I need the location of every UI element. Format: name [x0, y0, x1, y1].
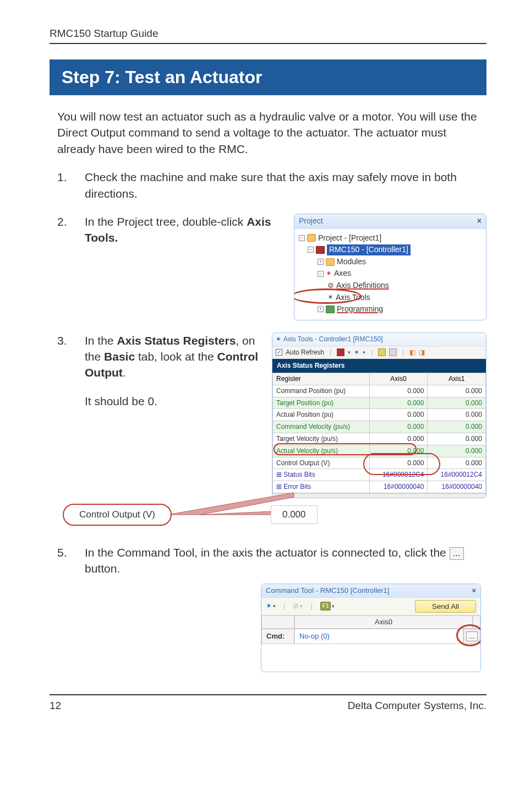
step-3-text: In the Axis Status Registers, on the Bas… — [85, 333, 263, 410]
tree-axis-tools[interactable]: ✶ Axis Tools — [299, 292, 482, 304]
axis-toolbar: ✓ Auto Refresh | ▾ ✶▾ | | ◧ ◨ — [272, 346, 486, 359]
cell-label: Command Velocity (pu/s) — [273, 421, 370, 433]
cell-value: 0.000 — [369, 409, 428, 421]
cell-value: 0.000 — [428, 385, 486, 397]
axis-status-window: ✶ Axis Tools - Controller1 [RMC150] ✓ Au… — [272, 333, 486, 498]
col-axis1: Axis1 — [428, 373, 486, 385]
cell-label: Error Bits — [283, 483, 311, 491]
folder-icon — [326, 258, 335, 266]
callout-value: 0.000 — [271, 505, 318, 524]
tree-programming[interactable]: + Programming — [299, 303, 482, 315]
project-panel-title-text: Project — [299, 216, 323, 227]
tree-root-label: Project - [Project1] — [318, 233, 381, 244]
toolbar-icon-6[interactable]: ◨ — [419, 348, 425, 357]
cmd-toolbar: ✶ ▾ | ⊘ ▾ | F1 ▾ Send All — [261, 598, 480, 615]
chevron-down-icon[interactable]: ▾ — [363, 349, 365, 356]
cmd-row: Cmd: No-op (0) ... — [261, 629, 480, 644]
cell-label: Status Bits — [283, 471, 315, 478]
table-row: Actual Position (pu)0.0000.000 — [273, 409, 486, 421]
expand-icon[interactable]: + — [318, 259, 324, 265]
highlight-oval — [294, 288, 362, 304]
toolbar-icon-5[interactable]: ◧ — [409, 348, 415, 357]
axis-window-title-text: Axis Tools - Controller1 [RMC150] — [283, 335, 383, 344]
cell-value: 0.000 — [369, 397, 428, 409]
collapse-icon[interactable]: − — [299, 235, 305, 241]
tree-controller-label: RMC150 - [Controller1] — [327, 244, 411, 255]
step-1-text: Check the machine and make sure that the… — [85, 169, 486, 201]
table-row: ⊞ Error Bits16#0000004016#00000040 — [273, 481, 486, 493]
callout-bubble: Control Output (V) — [63, 504, 172, 526]
toolbar-stop-button[interactable]: ⊘ ▾ — [293, 601, 303, 611]
col-register: Register — [273, 373, 370, 385]
axis-status-table: Register Axis0 Axis1 Command Position (p… — [272, 373, 486, 493]
cmd-axis-header: Axis0 — [294, 615, 473, 629]
controller-icon — [316, 246, 325, 254]
send-all-button[interactable]: Send All — [415, 600, 476, 613]
tree-programming-label: Programming — [337, 304, 383, 315]
step-3-sub: It should be 0. — [85, 393, 263, 409]
doc-header: RMC150 Startup Guide — [50, 28, 486, 44]
axes-icon: ✶ — [326, 269, 332, 279]
project-panel: Project × − Project - [Project1] − RMC15… — [294, 214, 486, 320]
project-panel-titlebar: Project × — [294, 214, 486, 229]
toolbar-icon-3[interactable] — [378, 348, 386, 356]
highlight-circle — [456, 624, 481, 646]
cell-value: 0.000 — [428, 421, 486, 433]
auto-refresh-label: Auto Refresh — [286, 348, 324, 357]
highlight-oval-bits — [363, 453, 440, 475]
table-row: Command Position (pu)0.0000.000 — [273, 385, 486, 397]
collapse-icon[interactable]: − — [308, 247, 314, 253]
cell-value: 16#00000040 — [369, 481, 428, 493]
cell-value: 0.000 — [369, 421, 428, 433]
step-5-a: In the Command Tool, in the axis the act… — [85, 546, 450, 559]
collapse-icon[interactable]: − — [318, 271, 324, 277]
step-5-number: 5. — [57, 544, 72, 560]
tree-root[interactable]: − Project - [Project1] — [299, 232, 482, 244]
step-1-number: 1. — [57, 169, 72, 185]
toolbar-icon-1[interactable] — [337, 348, 344, 356]
cell-label: Actual Position (pu) — [273, 409, 370, 421]
command-tool-window: Command Tool - RMC150 [Controller1] × ✶ … — [261, 584, 481, 673]
cmd-label: Cmd: — [261, 629, 294, 644]
expand-icon[interactable]: + — [318, 306, 324, 312]
tree-modules[interactable]: + Modules — [299, 256, 482, 268]
step-3-e: tab, look at the — [135, 350, 217, 363]
close-icon[interactable]: × — [472, 586, 476, 596]
programming-icon — [326, 306, 335, 313]
step-3-g: . — [123, 366, 126, 379]
cell-label: Command Position (pu) — [273, 385, 370, 397]
chevron-down-icon[interactable]: ▾ — [348, 349, 351, 356]
axis-window-titlebar: ✶ Axis Tools - Controller1 [RMC150] — [272, 333, 486, 346]
toolbar-icon-2[interactable]: ✶ — [354, 348, 359, 357]
step-3-b: Axis Status Registers — [117, 334, 236, 347]
cmd-value-input[interactable]: No-op (0) — [295, 629, 463, 644]
toolbar-spark-button[interactable]: ✶ ▾ — [266, 601, 276, 611]
step-3-a: In the — [85, 334, 117, 347]
intro-paragraph: You will now test an actuator such as a … — [57, 108, 486, 157]
toolbar-icon-4[interactable] — [389, 348, 397, 356]
step-2-number: 2. — [57, 214, 72, 230]
table-row: Target Position (pu)0.0000.000 — [273, 397, 486, 409]
step-2-text-a: In the Project tree, double-click — [85, 215, 247, 228]
axis-status-tab[interactable]: Axis Status Registers — [272, 359, 486, 373]
spark-icon: ✶ — [276, 335, 281, 344]
ellipsis-button-icon: ... — [450, 547, 464, 559]
tree-controller[interactable]: − RMC150 - [Controller1] — [299, 244, 482, 256]
step-5-text: In the Command Tool, in the axis the act… — [85, 544, 486, 577]
step-3-number: 3. — [57, 333, 72, 348]
cell-label: Control Output (V) — [273, 457, 370, 469]
cell-value: 16#00000040 — [428, 481, 486, 493]
toolbar-key-button[interactable]: F1 ▾ — [320, 602, 335, 611]
table-row: Command Velocity (pu/s)0.0000.000 — [273, 421, 486, 433]
cmd-window-titlebar: Command Tool - RMC150 [Controller1] × — [261, 584, 480, 598]
auto-refresh-checkbox[interactable]: ✓ — [276, 349, 282, 356]
step-5-b: button. — [85, 562, 120, 575]
tree-axes[interactable]: − ✶ Axes — [299, 268, 482, 280]
cell-value: 0.000 — [428, 397, 486, 409]
cell-label: Target Position (pu) — [273, 397, 370, 409]
cell-value: 0.000 — [369, 385, 428, 397]
cmd-window-title-text: Command Tool - RMC150 [Controller1] — [266, 586, 389, 596]
cell-value: 0.000 — [428, 409, 486, 421]
step-2-text: In the Project tree, double-click Axis T… — [85, 214, 285, 246]
close-icon[interactable]: × — [477, 216, 482, 227]
